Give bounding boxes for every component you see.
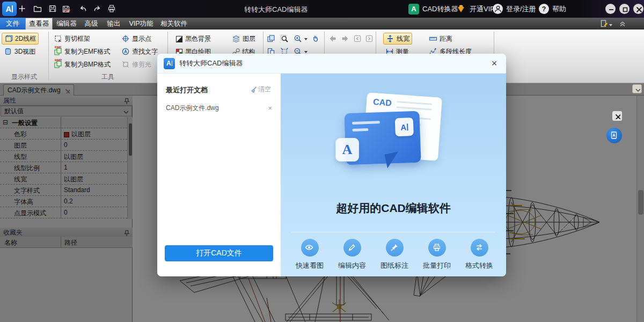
recent-files-title: 最近打开文档 [166,85,208,95]
redo-icon[interactable] [93,4,102,13]
layers-icon [232,34,240,43]
close-window-button[interactable] [633,4,643,14]
floating-close-icon[interactable] [612,111,622,121]
collapse-panel-button[interactable] [632,84,642,93]
clear-recent-button[interactable]: 清空 [249,85,271,94]
feature-annotate[interactable]: 图纸标注 [374,239,415,270]
dialog-title: 转转大师CAD编辑器 [179,58,243,68]
feature-separator [291,232,495,232]
app-window: A PDF 转转大师CAD编辑器 A CAD转换器 开通VIP 登录/注册 ? … [0,0,644,322]
point-target-icon [121,34,130,43]
new-file-icon[interactable] [18,4,27,13]
print-icon[interactable] [107,4,116,13]
save-pdf-icon[interactable]: PDF [62,4,71,13]
annotate-menu-icon[interactable] [600,19,612,28]
printer-icon [428,239,446,257]
collapse-ribbon-icon[interactable] [618,19,626,27]
black-background-icon [175,35,183,43]
promo-a-badge: A [335,138,359,162]
view-3d-button[interactable]: 3D视图 [2,46,38,57]
trim-icon [121,60,130,69]
help-button[interactable]: ? 帮助 [539,3,566,14]
recent-files-panel: 最近打开文档 清空 CAD示例文件.dwg × 打开CAD文件 [157,74,281,276]
promo-card-a-badge: A [395,118,414,136]
menu-file[interactable]: 文件 [0,18,25,30]
startup-dialog: A 转转大师CAD编辑器 × 最近打开文档 清空 CAD示例文件.dwg × 打… [157,54,506,276]
eye-icon [301,239,319,257]
broom-icon [249,86,257,93]
show-point-button[interactable]: 显示点 [119,33,153,45]
black-background-button[interactable]: 黑色背景 [173,33,213,45]
distance-button[interactable]: 距离 [427,33,455,45]
menu-vip[interactable]: VIP功能 [126,18,157,30]
remove-recent-icon[interactable]: × [268,104,272,112]
save-icon[interactable] [48,4,57,13]
converter-icon: A [408,4,419,14]
view-back-icon[interactable] [328,34,337,43]
page-next-icon[interactable] [365,34,374,43]
zoom-out-dropdown[interactable] [304,51,308,53]
copy-bmp-icon: BMP [54,60,62,69]
vip-diamond-icon [457,4,466,14]
promo-headline: 超好用的CAD编辑软件 [281,201,506,216]
dialog-app-logo-icon: A [164,58,175,69]
line-width-icon [386,34,394,43]
line-width-button[interactable]: 线宽 [383,33,412,45]
menu-output[interactable]: 输出 [103,18,125,30]
question-icon: ? [539,4,549,14]
zoom-in-dropdown[interactable] [304,38,308,40]
feature-edit-content[interactable]: 编辑内容 [332,239,372,270]
pushpin-icon [386,239,404,257]
clip-frame-button[interactable]: 剪切框架 [52,33,92,45]
promo-panel: CAD A A 超好用的CAD编辑软件 快速看图 编辑内容 [281,74,506,276]
copy-bmp-button[interactable]: BMP 复制为BMP格式 [52,58,113,70]
user-icon [493,4,503,14]
page-previous-icon[interactable] [353,34,362,43]
maximize-button[interactable] [619,4,630,14]
cad-converter-button[interactable]: A CAD转换器 [408,3,458,14]
window-title: 转转大师CAD编辑器 [244,5,308,14]
trim-button[interactable]: 修剪光 [119,58,153,70]
menu-viewer[interactable]: 查看器 [25,18,53,30]
group-label-display-style: 显示样式 [0,72,48,82]
ruler-icon [429,34,437,43]
pan-hand-icon[interactable] [311,34,321,43]
floating-converter-button[interactable] [606,128,622,143]
cad-badge: CAD [372,97,392,108]
find-text-button[interactable]: 查找文字 [119,46,160,57]
menu-advanced[interactable]: 高级 [80,18,102,30]
menu-editor[interactable]: 编辑器 [54,18,79,30]
crop-frame-icon [54,34,62,43]
login-button[interactable]: 登录/注册 [493,3,536,14]
cube-2d-icon [4,34,13,43]
cylinder-3d-icon [4,47,12,56]
undo-icon[interactable] [79,4,88,13]
open-folder-icon[interactable] [33,4,42,13]
copy-emf-button[interactable]: EMF 复制为EMF格式 [52,46,112,57]
feature-format-convert[interactable]: 格式转换 [459,239,500,270]
open-vip-button[interactable]: 开通VIP [457,3,495,14]
feature-batch-print[interactable]: 批量打印 [416,239,457,270]
dialog-header: A 转转大师CAD编辑器 × [157,54,506,74]
promo-fold-corner [385,152,401,169]
app-logo-icon: A [2,2,17,16]
copy-emf-icon: EMF [54,47,62,56]
zoom-in-icon[interactable] [294,34,303,43]
title-bar: A PDF 转转大师CAD编辑器 A CAD转换器 开通VIP 登录/注册 ? … [0,0,644,18]
swap-icon [471,239,488,257]
zoom-window-icon[interactable] [280,34,289,43]
doc-a-icon [610,131,619,141]
edit-icon [343,239,361,257]
view-forward-icon[interactable] [341,34,349,43]
open-cad-file-button[interactable]: 打开CAD文件 [165,245,273,261]
menu-related[interactable]: 相关软件 [158,18,190,30]
feature-quick-view[interactable]: 快速看图 [289,239,330,270]
dialog-close-button[interactable]: × [489,58,500,69]
recent-file-item[interactable]: CAD示例文件.dwg × [166,104,272,113]
minimize-button[interactable] [605,4,616,14]
copy-view-icon[interactable] [267,34,276,43]
find-text-icon [121,47,130,56]
group-label-tools: 工具 [48,72,167,82]
layers-button[interactable]: 图层 [230,33,258,45]
wireframe-2d-button[interactable]: 2D线框 [2,33,39,45]
